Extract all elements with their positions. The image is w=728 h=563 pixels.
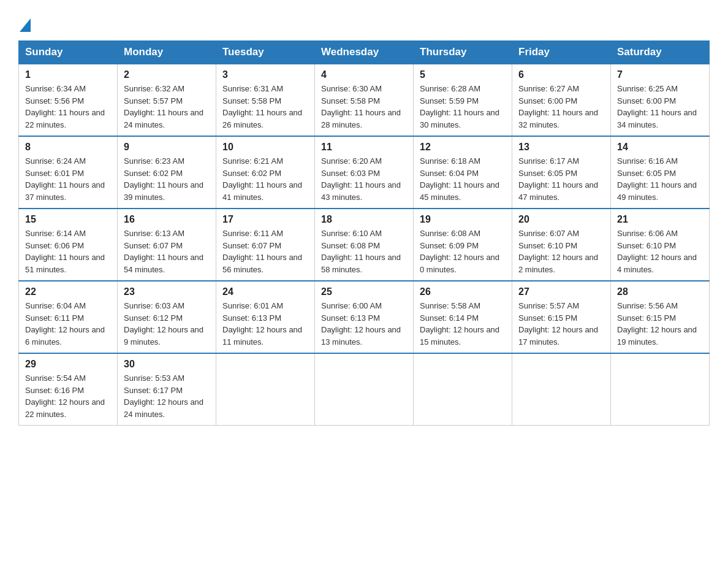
calendar-week-row: 29Sunrise: 5:54 AMSunset: 6:16 PMDayligh… bbox=[19, 353, 710, 426]
day-info: Sunrise: 6:32 AMSunset: 5:57 PMDaylight:… bbox=[124, 84, 203, 129]
day-info: Sunrise: 6:30 AMSunset: 5:58 PMDaylight:… bbox=[321, 84, 401, 129]
day-number: 27 bbox=[518, 286, 604, 297]
calendar-cell: 16Sunrise: 6:13 AMSunset: 6:07 PMDayligh… bbox=[118, 209, 216, 281]
calendar-cell: 11Sunrise: 6:20 AMSunset: 6:03 PMDayligh… bbox=[315, 136, 414, 209]
day-number: 12 bbox=[420, 142, 506, 153]
calendar-cell: 6Sunrise: 6:27 AMSunset: 6:00 PMDaylight… bbox=[512, 64, 611, 136]
calendar-cell: 9Sunrise: 6:23 AMSunset: 6:02 PMDaylight… bbox=[118, 136, 216, 209]
day-number: 14 bbox=[617, 142, 703, 153]
calendar-week-row: 22Sunrise: 6:04 AMSunset: 6:11 PMDayligh… bbox=[19, 281, 710, 353]
day-info: Sunrise: 6:23 AMSunset: 6:02 PMDaylight:… bbox=[124, 156, 203, 202]
day-number: 11 bbox=[321, 142, 407, 153]
day-number: 25 bbox=[321, 286, 407, 297]
calendar-cell: 17Sunrise: 6:11 AMSunset: 6:07 PMDayligh… bbox=[216, 209, 315, 281]
day-info: Sunrise: 6:03 AMSunset: 6:12 PMDaylight:… bbox=[124, 301, 203, 347]
calendar-cell: 29Sunrise: 5:54 AMSunset: 6:16 PMDayligh… bbox=[19, 353, 118, 426]
day-header-friday: Friday bbox=[512, 41, 611, 64]
day-info: Sunrise: 6:24 AMSunset: 6:01 PMDaylight:… bbox=[25, 156, 105, 202]
calendar-cell: 1Sunrise: 6:34 AMSunset: 5:56 PMDaylight… bbox=[19, 64, 118, 136]
day-info: Sunrise: 6:14 AMSunset: 6:06 PMDaylight:… bbox=[25, 229, 105, 274]
day-info: Sunrise: 6:06 AMSunset: 6:10 PMDaylight:… bbox=[617, 229, 697, 274]
day-number: 9 bbox=[124, 142, 210, 153]
calendar-cell: 7Sunrise: 6:25 AMSunset: 6:00 PMDaylight… bbox=[611, 64, 710, 136]
day-number: 22 bbox=[25, 286, 111, 297]
calendar-cell: 14Sunrise: 6:16 AMSunset: 6:05 PMDayligh… bbox=[611, 136, 710, 209]
day-info: Sunrise: 5:56 AMSunset: 6:15 PMDaylight:… bbox=[617, 301, 697, 347]
logo-arrow-icon bbox=[20, 18, 31, 32]
calendar-cell: 23Sunrise: 6:03 AMSunset: 6:12 PMDayligh… bbox=[118, 281, 216, 353]
calendar-cell: 21Sunrise: 6:06 AMSunset: 6:10 PMDayligh… bbox=[611, 209, 710, 281]
calendar-cell: 12Sunrise: 6:18 AMSunset: 6:04 PMDayligh… bbox=[414, 136, 512, 209]
calendar-cell: 25Sunrise: 6:00 AMSunset: 6:13 PMDayligh… bbox=[315, 281, 414, 353]
calendar-header-row: SundayMondayTuesdayWednesdayThursdayFrid… bbox=[19, 41, 710, 64]
calendar-cell: 13Sunrise: 6:17 AMSunset: 6:05 PMDayligh… bbox=[512, 136, 611, 209]
calendar-cell: 2Sunrise: 6:32 AMSunset: 5:57 PMDaylight… bbox=[118, 64, 216, 136]
day-header-wednesday: Wednesday bbox=[315, 41, 414, 64]
day-info: Sunrise: 6:20 AMSunset: 6:03 PMDaylight:… bbox=[321, 156, 401, 202]
calendar-cell: 4Sunrise: 6:30 AMSunset: 5:58 PMDaylight… bbox=[315, 64, 414, 136]
day-number: 2 bbox=[124, 69, 210, 80]
calendar-cell bbox=[611, 353, 710, 426]
day-info: Sunrise: 6:27 AMSunset: 6:00 PMDaylight:… bbox=[518, 84, 598, 129]
calendar-week-row: 1Sunrise: 6:34 AMSunset: 5:56 PMDaylight… bbox=[19, 64, 710, 136]
calendar-cell bbox=[315, 353, 414, 426]
calendar-week-row: 15Sunrise: 6:14 AMSunset: 6:06 PMDayligh… bbox=[19, 209, 710, 281]
day-info: Sunrise: 5:53 AMSunset: 6:17 PMDaylight:… bbox=[124, 373, 203, 419]
calendar-cell: 22Sunrise: 6:04 AMSunset: 6:11 PMDayligh… bbox=[19, 281, 118, 353]
day-info: Sunrise: 6:07 AMSunset: 6:10 PMDaylight:… bbox=[518, 229, 598, 274]
day-info: Sunrise: 6:17 AMSunset: 6:05 PMDaylight:… bbox=[518, 156, 598, 202]
calendar-week-row: 8Sunrise: 6:24 AMSunset: 6:01 PMDaylight… bbox=[19, 136, 710, 209]
calendar-cell: 3Sunrise: 6:31 AMSunset: 5:58 PMDaylight… bbox=[216, 64, 315, 136]
day-info: Sunrise: 6:31 AMSunset: 5:58 PMDaylight:… bbox=[222, 84, 302, 129]
day-number: 4 bbox=[321, 69, 407, 80]
day-number: 1 bbox=[25, 69, 111, 80]
calendar-cell bbox=[512, 353, 611, 426]
day-number: 8 bbox=[25, 142, 111, 153]
logo bbox=[18, 18, 32, 34]
day-number: 15 bbox=[25, 214, 111, 225]
day-number: 29 bbox=[25, 359, 111, 370]
day-info: Sunrise: 6:01 AMSunset: 6:13 PMDaylight:… bbox=[222, 301, 302, 347]
day-number: 24 bbox=[222, 286, 308, 297]
day-number: 7 bbox=[617, 69, 703, 80]
day-info: Sunrise: 5:57 AMSunset: 6:15 PMDaylight:… bbox=[518, 301, 598, 347]
calendar-cell: 15Sunrise: 6:14 AMSunset: 6:06 PMDayligh… bbox=[19, 209, 118, 281]
day-info: Sunrise: 6:08 AMSunset: 6:09 PMDaylight:… bbox=[420, 229, 499, 274]
day-number: 21 bbox=[617, 214, 703, 225]
day-number: 10 bbox=[222, 142, 308, 153]
day-number: 5 bbox=[420, 69, 506, 80]
day-header-thursday: Thursday bbox=[414, 41, 512, 64]
calendar-cell: 8Sunrise: 6:24 AMSunset: 6:01 PMDaylight… bbox=[19, 136, 118, 209]
day-info: Sunrise: 6:34 AMSunset: 5:56 PMDaylight:… bbox=[25, 84, 105, 129]
day-number: 20 bbox=[518, 214, 604, 225]
day-info: Sunrise: 5:54 AMSunset: 6:16 PMDaylight:… bbox=[25, 373, 105, 419]
calendar-cell: 30Sunrise: 5:53 AMSunset: 6:17 PMDayligh… bbox=[118, 353, 216, 426]
day-number: 26 bbox=[420, 286, 506, 297]
calendar-cell bbox=[216, 353, 315, 426]
page-header bbox=[18, 12, 710, 34]
day-number: 19 bbox=[420, 214, 506, 225]
calendar-cell: 24Sunrise: 6:01 AMSunset: 6:13 PMDayligh… bbox=[216, 281, 315, 353]
day-number: 16 bbox=[124, 214, 210, 225]
calendar-cell: 26Sunrise: 5:58 AMSunset: 6:14 PMDayligh… bbox=[414, 281, 512, 353]
day-number: 30 bbox=[124, 359, 210, 370]
day-info: Sunrise: 6:28 AMSunset: 5:59 PMDaylight:… bbox=[420, 84, 499, 129]
calendar-cell: 27Sunrise: 5:57 AMSunset: 6:15 PMDayligh… bbox=[512, 281, 611, 353]
day-info: Sunrise: 6:04 AMSunset: 6:11 PMDaylight:… bbox=[25, 301, 105, 347]
day-info: Sunrise: 6:18 AMSunset: 6:04 PMDaylight:… bbox=[420, 156, 499, 202]
calendar-cell: 19Sunrise: 6:08 AMSunset: 6:09 PMDayligh… bbox=[414, 209, 512, 281]
calendar-cell bbox=[414, 353, 512, 426]
day-header-monday: Monday bbox=[118, 41, 216, 64]
day-header-tuesday: Tuesday bbox=[216, 41, 315, 64]
day-info: Sunrise: 6:13 AMSunset: 6:07 PMDaylight:… bbox=[124, 229, 203, 274]
calendar-cell: 18Sunrise: 6:10 AMSunset: 6:08 PMDayligh… bbox=[315, 209, 414, 281]
day-header-saturday: Saturday bbox=[611, 41, 710, 64]
day-number: 23 bbox=[124, 286, 210, 297]
day-number: 3 bbox=[222, 69, 308, 80]
calendar-table: SundayMondayTuesdayWednesdayThursdayFrid… bbox=[18, 40, 710, 426]
calendar-cell: 10Sunrise: 6:21 AMSunset: 6:02 PMDayligh… bbox=[216, 136, 315, 209]
day-header-sunday: Sunday bbox=[19, 41, 118, 64]
day-number: 28 bbox=[617, 286, 703, 297]
day-info: Sunrise: 6:00 AMSunset: 6:13 PMDaylight:… bbox=[321, 301, 401, 347]
day-info: Sunrise: 6:25 AMSunset: 6:00 PMDaylight:… bbox=[617, 84, 697, 129]
